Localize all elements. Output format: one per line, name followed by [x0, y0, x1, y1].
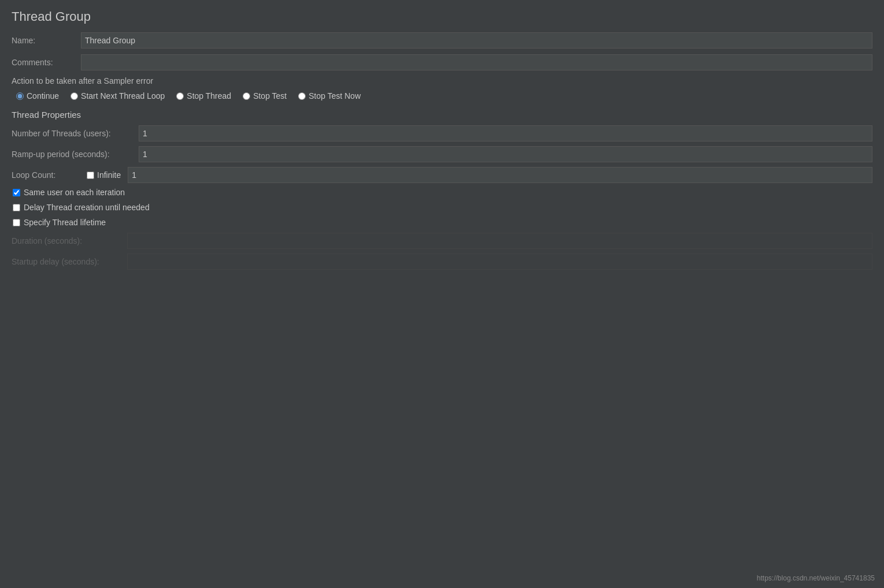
name-row: Name:	[12, 32, 872, 49]
radio-stop-test-now[interactable]: Stop Test Now	[298, 91, 361, 101]
radio-stop-test[interactable]: Stop Test	[243, 91, 287, 101]
num-threads-label: Number of Threads (users):	[12, 129, 139, 138]
sampler-error-label: Action to be taken after a Sampler error	[12, 76, 872, 85]
comments-label: Comments:	[12, 58, 81, 67]
infinite-checkbox[interactable]	[87, 172, 94, 179]
radio-continue[interactable]: Continue	[16, 91, 59, 101]
startup-delay-row: Startup delay (seconds):	[12, 254, 872, 270]
watermark: https://blog.csdn.net/weixin_45741835	[757, 574, 875, 582]
ramp-up-row: Ramp-up period (seconds):	[12, 146, 872, 162]
radio-stop-thread[interactable]: Stop Thread	[176, 91, 231, 101]
thread-properties-section: Thread Properties Number of Threads (use…	[12, 110, 872, 270]
duration-label: Duration (seconds):	[12, 236, 127, 245]
startup-delay-input	[127, 254, 872, 270]
radio-stop-test-now-label: Stop Test Now	[309, 91, 361, 101]
startup-delay-label: Startup delay (seconds):	[12, 257, 127, 266]
num-threads-input[interactable]	[139, 125, 872, 142]
infinite-label: Infinite	[97, 170, 121, 180]
radio-stop-test-label: Stop Test	[253, 91, 287, 101]
radio-continue-label: Continue	[27, 91, 59, 101]
num-threads-row: Number of Threads (users):	[12, 125, 872, 142]
infinite-checkbox-group[interactable]: Infinite	[87, 170, 121, 180]
loop-count-input[interactable]	[128, 167, 872, 183]
sampler-error-radio-group: Continue Start Next Thread Loop Stop Thr…	[12, 91, 872, 101]
same-user-checkbox[interactable]	[13, 189, 20, 196]
radio-stop-thread-label: Stop Thread	[187, 91, 231, 101]
main-container: Thread Group Name: Comments: Action to b…	[0, 0, 884, 284]
loop-count-row: Loop Count: Infinite	[12, 167, 872, 183]
page-title: Thread Group	[12, 9, 872, 24]
loop-count-label: Loop Count:	[12, 170, 87, 180]
specify-lifetime-row[interactable]: Specify Thread lifetime	[12, 218, 872, 227]
name-input[interactable]	[81, 32, 872, 49]
same-user-label: Same user on each iteration	[24, 188, 125, 197]
delay-thread-label: Delay Thread creation until needed	[24, 203, 150, 212]
ramp-up-input[interactable]	[139, 146, 872, 162]
same-user-row[interactable]: Same user on each iteration	[12, 188, 872, 197]
radio-start-next-label: Start Next Thread Loop	[81, 91, 165, 101]
specify-lifetime-label: Specify Thread lifetime	[24, 218, 106, 227]
comments-input[interactable]	[81, 54, 872, 70]
specify-lifetime-checkbox[interactable]	[13, 219, 20, 226]
radio-start-next[interactable]: Start Next Thread Loop	[70, 91, 165, 101]
name-label: Name:	[12, 36, 81, 45]
thread-properties-title: Thread Properties	[12, 110, 872, 120]
duration-input	[127, 233, 872, 249]
ramp-up-label: Ramp-up period (seconds):	[12, 150, 139, 159]
delay-thread-row[interactable]: Delay Thread creation until needed	[12, 203, 872, 212]
delay-thread-checkbox[interactable]	[13, 204, 20, 211]
duration-row: Duration (seconds):	[12, 233, 872, 249]
comments-row: Comments:	[12, 54, 872, 70]
